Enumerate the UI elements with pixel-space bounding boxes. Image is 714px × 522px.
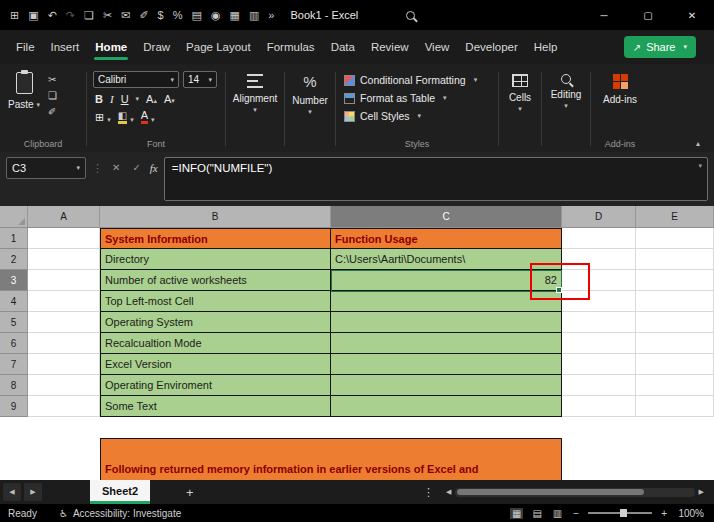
percent-icon[interactable]: % — [173, 9, 183, 21]
cell-B9[interactable]: Some Text — [100, 396, 331, 417]
cut-icon[interactable]: ✂ — [103, 9, 112, 22]
row-header-4[interactable]: 4 — [0, 291, 28, 312]
camera-icon[interactable]: ◉ — [211, 9, 221, 22]
cell-styles-button[interactable]: Cell Styles ▾ — [344, 107, 498, 125]
menu-tab-insert[interactable]: Insert — [43, 30, 88, 64]
cell-C9[interactable] — [331, 396, 562, 417]
number-group-button[interactable]: % Number ▾ — [285, 64, 335, 152]
scrollbar-track[interactable] — [455, 488, 694, 497]
menu-tab-draw[interactable]: Draw — [135, 30, 178, 64]
format-as-table-button[interactable]: Format as Table ▾ — [344, 89, 498, 107]
cell-E4[interactable] — [636, 291, 714, 312]
menu-tab-help[interactable]: Help — [526, 30, 566, 64]
new-file-icon[interactable]: ▤ — [192, 9, 202, 22]
sheet-nav-right-icon[interactable]: ▶ — [24, 483, 42, 501]
cell-D1[interactable] — [562, 228, 636, 249]
italic-button[interactable]: I — [110, 93, 114, 105]
cell-A2[interactable] — [28, 249, 100, 270]
select-all-button[interactable] — [0, 206, 28, 228]
font-color-button[interactable]: A▾ — [141, 110, 155, 124]
cell-A4[interactable] — [28, 291, 100, 312]
expand-formula-bar-icon[interactable]: ▾ — [698, 162, 702, 170]
close-button[interactable]: ✕ — [670, 0, 714, 30]
redo-icon[interactable]: ↷ — [66, 9, 75, 22]
maximize-button[interactable]: ▢ — [626, 0, 670, 30]
format-painter-icon[interactable]: ✐ — [139, 9, 148, 22]
chart-icon[interactable]: ▥ — [249, 9, 259, 22]
cell-B5[interactable]: Operating System — [100, 312, 331, 333]
cell-B4[interactable]: Top Left-most Cell — [100, 291, 331, 312]
row-header-5[interactable]: 5 — [0, 312, 28, 333]
cells-group-button[interactable]: Cells ▾ — [499, 64, 541, 152]
undo-icon[interactable]: ↶ — [48, 9, 57, 22]
scrollbar-thumb[interactable] — [457, 489, 644, 495]
cell-D8[interactable] — [562, 375, 636, 396]
font-size-select[interactable]: 14▾ — [183, 71, 217, 88]
row-header-8[interactable]: 8 — [0, 375, 28, 396]
menu-tab-home[interactable]: Home — [87, 30, 135, 64]
save-icon[interactable]: ▣ — [28, 9, 38, 22]
overflow-chevron-icon[interactable]: » — [268, 9, 274, 21]
cell-D6[interactable] — [562, 333, 636, 354]
cell-C8[interactable] — [331, 375, 562, 396]
row-header-3[interactable]: 3 — [0, 270, 28, 291]
conditional-formatting-button[interactable]: Conditional Formatting ▾ — [344, 71, 498, 89]
add-sheet-button[interactable]: + — [186, 485, 194, 500]
cell-A8[interactable] — [28, 375, 100, 396]
menu-tab-formulas[interactable]: Formulas — [259, 30, 323, 64]
cell-E3[interactable] — [636, 270, 714, 291]
menu-tab-page-layout[interactable]: Page Layout — [178, 30, 259, 64]
column-header-E[interactable]: E — [636, 206, 714, 228]
addins-group-button[interactable]: Add-ins Add-ins — [591, 64, 649, 152]
cell-E8[interactable] — [636, 375, 714, 396]
cell-B7[interactable]: Excel Version — [100, 354, 331, 375]
cell-D9[interactable] — [562, 396, 636, 417]
merged-note-cell[interactable]: Following returned memory information in… — [100, 438, 562, 480]
copy-icon[interactable]: ❏ — [84, 9, 94, 22]
app-grid-icon[interactable]: ⊞ — [10, 9, 19, 22]
formula-input[interactable]: =INFO("NUMFILE") ▾ — [164, 157, 708, 201]
menu-tab-view[interactable]: View — [417, 30, 458, 64]
row-header-9[interactable]: 9 — [0, 396, 28, 417]
row-header-6[interactable]: 6 — [0, 333, 28, 354]
name-box[interactable]: C3 ▾ — [6, 157, 86, 179]
cell-B2[interactable]: Directory — [100, 249, 331, 270]
row-header-2[interactable]: 2 — [0, 249, 28, 270]
alignment-group-button[interactable]: Alignment ▾ — [226, 64, 284, 152]
underline-button[interactable]: U — [121, 93, 129, 105]
cell-D5[interactable] — [562, 312, 636, 333]
cell-C6[interactable] — [331, 333, 562, 354]
zoom-slider-handle[interactable] — [620, 509, 627, 517]
format-painter-icon[interactable]: ✐ — [48, 106, 57, 117]
cell-C2[interactable]: C:\Users\Aarti\Documents\ — [331, 249, 562, 270]
cell-A5[interactable] — [28, 312, 100, 333]
collapse-ribbon-icon[interactable]: ▴ — [696, 139, 700, 148]
cell-E7[interactable] — [636, 354, 714, 375]
sheet-nav-left-icon[interactable]: ◀ — [3, 483, 21, 501]
chevron-down-icon[interactable]: ▾ — [136, 95, 140, 103]
accessibility-status[interactable]: Accessibility: Investigate — [73, 508, 181, 519]
cell-A7[interactable] — [28, 354, 100, 375]
search-icon[interactable] — [406, 11, 415, 20]
currency-icon[interactable]: $ — [158, 9, 164, 21]
cell-E1[interactable] — [636, 228, 714, 249]
cell-E2[interactable] — [636, 249, 714, 270]
row-header-1[interactable]: 1 — [0, 228, 28, 249]
table-icon[interactable]: ▦ — [230, 9, 240, 22]
row-header-7[interactable]: 7 — [0, 354, 28, 375]
cell-A9[interactable] — [28, 396, 100, 417]
cell-A1[interactable] — [28, 228, 100, 249]
cell-C3[interactable]: 82 — [331, 270, 562, 291]
borders-button[interactable]: ⊞▾ — [95, 111, 111, 124]
share-button[interactable]: ↗ Share ▾ — [624, 36, 696, 58]
tab-options-icon[interactable]: ⋮ — [423, 486, 434, 499]
cut-icon[interactable]: ✂ — [48, 74, 57, 85]
cell-E6[interactable] — [636, 333, 714, 354]
cell-B3[interactable]: Number of active worksheets — [100, 270, 331, 291]
column-header-D[interactable]: D — [562, 206, 636, 228]
zoom-level[interactable]: 100% — [676, 508, 704, 519]
menu-tab-review[interactable]: Review — [363, 30, 417, 64]
cell-B8[interactable]: Operating Enviroment — [100, 375, 331, 396]
column-header-A[interactable]: A — [28, 206, 100, 228]
insert-function-icon[interactable]: fx — [150, 157, 158, 179]
